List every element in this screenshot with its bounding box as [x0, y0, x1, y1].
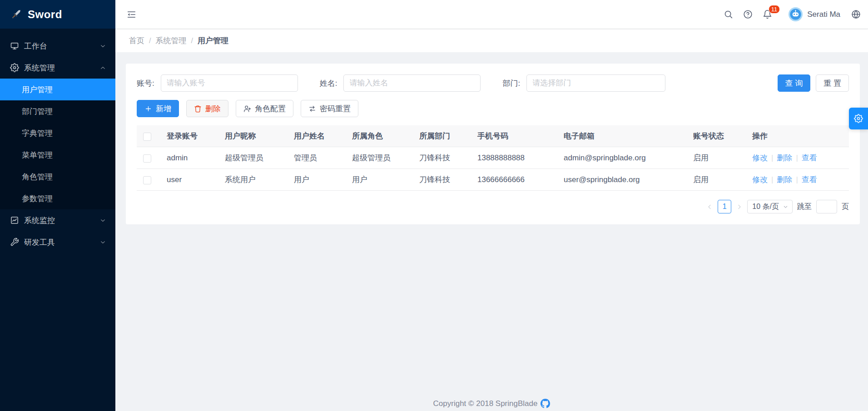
- cell-role: 用户: [344, 169, 411, 191]
- breadcrumb-separator: /: [191, 37, 193, 45]
- pagination: 1 10 条/页 跳至 页: [137, 200, 849, 213]
- column-header: 手机号码: [469, 125, 556, 147]
- dept-field-group: 部门:: [502, 74, 665, 92]
- column-header: 所属部门: [411, 125, 469, 147]
- page-size-select[interactable]: 10 条/页: [747, 200, 793, 213]
- app-root: Sword 工作台系统管理用户管理部门管理字典管理菜单管理角色管理参数管理系统监…: [0, 0, 868, 408]
- next-page-button[interactable]: [736, 203, 743, 210]
- sidebar-item-workbench[interactable]: 工作台: [0, 35, 115, 57]
- row-checkbox[interactable]: [143, 176, 151, 184]
- column-header: 操作: [744, 125, 849, 147]
- language-globe-icon[interactable]: [851, 10, 861, 19]
- sidebar-subitem[interactable]: 角色管理: [0, 166, 115, 188]
- sidebar-item-devtools[interactable]: 研发工具: [0, 231, 115, 253]
- row-action-link[interactable]: 修改: [752, 154, 768, 162]
- cell-name: 管理员: [286, 147, 344, 169]
- sidebar-subitem[interactable]: 菜单管理: [0, 144, 115, 166]
- add-button[interactable]: 新增: [137, 100, 179, 117]
- sidebar-subitem[interactable]: 参数管理: [0, 188, 115, 209]
- cell-dept: 刀锋科技: [411, 169, 469, 191]
- action-divider: |: [771, 175, 773, 184]
- toolbar-row: 新增 删除 角色配置 密码重置: [137, 100, 849, 117]
- search-icon[interactable]: [724, 10, 733, 19]
- submenu-system: 用户管理部门管理字典管理菜单管理角色管理参数管理: [0, 79, 115, 209]
- password-reset-button-label: 密码重置: [320, 104, 351, 114]
- prev-page-button[interactable]: [706, 203, 713, 210]
- delete-button-label: 删除: [205, 104, 221, 114]
- monitor-icon: [10, 41, 20, 50]
- jump-label: 跳至: [797, 202, 812, 212]
- sidebar-subitem[interactable]: 部门管理: [0, 100, 115, 122]
- page-unit-label: 页: [842, 202, 849, 212]
- sidebar-item-monitor[interactable]: 系统监控: [0, 209, 115, 231]
- notifications-button[interactable]: 11: [763, 10, 772, 19]
- avatar[interactable]: [789, 7, 803, 21]
- add-button-label: 新增: [156, 104, 171, 114]
- account-input[interactable]: [161, 74, 298, 92]
- sidebar-item-label: 系统监控: [24, 215, 55, 226]
- footer: Copyright © 2018 SpringBlade: [115, 399, 868, 408]
- reset-button[interactable]: 重 置: [816, 74, 849, 92]
- chart-icon: [10, 216, 20, 225]
- breadcrumb-item[interactable]: 首页: [129, 36, 144, 45]
- user-name[interactable]: Serati Ma: [807, 10, 840, 19]
- name-input[interactable]: [343, 74, 481, 92]
- table-row: admin超级管理员管理员超级管理员刀锋科技13888888888admin@s…: [137, 147, 849, 169]
- sidebar-item-label: 系统管理: [24, 63, 55, 73]
- help-icon[interactable]: [743, 10, 753, 19]
- sidebar-item-system[interactable]: 系统管理: [0, 57, 115, 79]
- name-field-group: 姓名:: [320, 74, 481, 92]
- cell-status: 启用: [685, 147, 744, 169]
- table-row: user系统用户用户用户刀锋科技13666666666user@springbl…: [137, 169, 849, 191]
- breadcrumb: 首页/系统管理/用户管理: [129, 35, 228, 46]
- cell-dept: 刀锋科技: [411, 147, 469, 169]
- logo[interactable]: Sword: [0, 0, 115, 29]
- main-area: 11 Serati Ma 首页/系统管: [115, 0, 868, 408]
- trash-icon: [194, 105, 202, 113]
- row-action-link[interactable]: 删除: [777, 175, 792, 184]
- current-page-button[interactable]: 1: [718, 200, 731, 213]
- sidebar-subitem[interactable]: 用户管理: [0, 79, 115, 100]
- jump-page-input[interactable]: [816, 200, 837, 213]
- name-label: 姓名:: [320, 78, 337, 89]
- gear-icon: [854, 114, 863, 123]
- cell-name: 用户: [286, 169, 344, 191]
- column-header: 账号状态: [685, 125, 744, 147]
- content-card: 账号: 姓名: 部门: 查 询 重 置: [126, 64, 860, 224]
- chevron-down-icon: [783, 204, 789, 210]
- github-icon[interactable]: [541, 399, 550, 408]
- cell-nickname: 超级管理员: [217, 147, 286, 169]
- password-reset-button[interactable]: 密码重置: [301, 100, 358, 117]
- select-all-cell: [137, 125, 159, 147]
- row-action-link[interactable]: 查看: [802, 175, 817, 184]
- cell-email: user@springblade.org: [556, 169, 685, 191]
- account-label: 账号:: [137, 78, 154, 89]
- sidebar-item-label: 研发工具: [24, 237, 55, 248]
- search-button[interactable]: 查 询: [778, 74, 811, 92]
- delete-button[interactable]: 删除: [186, 100, 228, 117]
- row-action-link[interactable]: 查看: [802, 154, 817, 162]
- users-table: 登录账号用户昵称用户姓名所属角色所属部门手机号码电子邮箱账号状态操作 admin…: [137, 125, 849, 191]
- settings-drawer-button[interactable]: [849, 108, 868, 129]
- dept-select[interactable]: [526, 74, 665, 92]
- column-header: 登录账号: [159, 125, 217, 147]
- breadcrumb-item[interactable]: 系统管理: [155, 36, 186, 45]
- swap-icon: [308, 105, 316, 113]
- cell-nickname: 系统用户: [217, 169, 286, 191]
- chevron-down-icon: [99, 239, 106, 246]
- menu-collapse-button[interactable]: [126, 10, 136, 20]
- sidebar-subitem[interactable]: 字典管理: [0, 122, 115, 144]
- dept-label: 部门:: [502, 78, 520, 89]
- select-all-checkbox[interactable]: [143, 133, 151, 141]
- row-action-link[interactable]: 删除: [777, 154, 792, 162]
- topbar: 11 Serati Ma: [115, 0, 868, 29]
- role-config-button[interactable]: 角色配置: [236, 100, 293, 117]
- table-header-row: 登录账号用户昵称用户姓名所属角色所属部门手机号码电子邮箱账号状态操作: [137, 125, 849, 147]
- row-checkbox[interactable]: [143, 154, 151, 163]
- breadcrumb-item: 用户管理: [198, 36, 228, 45]
- topbar-actions: 11 Serati Ma: [724, 7, 861, 21]
- row-action-link[interactable]: 修改: [752, 175, 768, 184]
- cell-account: admin: [159, 147, 217, 169]
- gear-icon: [10, 63, 20, 72]
- sidebar-item-label: 工作台: [24, 41, 47, 51]
